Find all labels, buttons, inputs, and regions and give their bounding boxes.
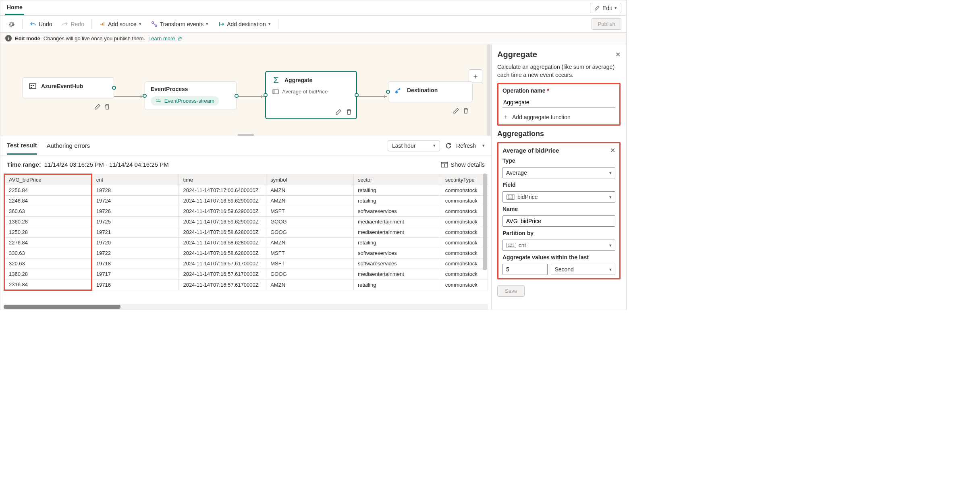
type-select[interactable]: Average ▾ (502, 167, 615, 178)
node-azure-event-hub[interactable]: AzureEventHub (22, 77, 114, 98)
top-tab-bar: Home Edit ▾ (0, 0, 626, 16)
table-cell: mediaentertainment (353, 217, 441, 227)
table-cell: 19722 (91, 248, 179, 259)
table-row[interactable]: 2256.84197282024-11-14T07:17:00.6400000Z… (4, 185, 488, 196)
resize-handle[interactable] (238, 134, 254, 136)
learn-more-link[interactable]: Learn more (148, 35, 182, 41)
table-cell: commonstock (441, 248, 488, 259)
column-header[interactable]: symbol (266, 174, 354, 185)
close-panel-button[interactable]: ✕ (615, 51, 621, 58)
add-aggregate-fn-button[interactable]: ＋ Add aggregate function (502, 111, 615, 121)
table-cell: 19721 (91, 227, 179, 238)
table-cell: 19718 (91, 259, 179, 269)
table-row[interactable]: 320.63197182024-11-14T07:16:57.6170000ZM… (4, 259, 488, 269)
canvas-scrollbar[interactable] (486, 44, 491, 136)
settings-button[interactable] (4, 18, 19, 30)
redo-button[interactable]: Redo (58, 19, 88, 30)
chevron-down-icon: ▾ (615, 5, 617, 10)
chevron-down-icon: ▾ (609, 170, 612, 176)
node-aggregate[interactable]: Σ Aggregate Average of bidPrice (265, 71, 357, 119)
type-value: Average (506, 170, 527, 176)
pencil-icon[interactable] (335, 109, 342, 115)
time-range-dropdown[interactable]: Last hour ▾ (388, 140, 440, 151)
refresh-button[interactable]: Refresh ▾ (445, 142, 485, 149)
table-cell: MSFT (266, 248, 354, 259)
column-header[interactable]: time (179, 174, 266, 185)
table-row[interactable]: 360.63197262024-11-14T07:16:59.6290000ZM… (4, 206, 488, 217)
table-cell: 2024-11-14T07:17:00.6400000Z (179, 185, 266, 196)
flow-canvas[interactable]: ＋ AzureEventHub (0, 44, 491, 136)
tab-home[interactable]: Home (5, 1, 24, 15)
column-header[interactable]: sector (353, 174, 441, 185)
publish-button[interactable]: Publish (592, 18, 621, 30)
partition-value: cnt (519, 242, 526, 248)
numeric-type-icon: 123 (506, 243, 516, 248)
field-value: bidPrice (517, 194, 538, 200)
chevron-down-icon: ▾ (206, 21, 208, 27)
aggregation-item: Average of bidPrice ✕ Type Average ▾ Fie… (497, 142, 621, 279)
time-range-label: Time range: (7, 161, 41, 168)
svg-point-8 (395, 91, 398, 93)
details-icon (441, 162, 448, 168)
table-cell: commonstock (441, 279, 488, 290)
table-row[interactable]: 1250.28197212024-11-14T07:16:58.6280000Z… (4, 227, 488, 238)
add-destination-button[interactable]: Add destination ▾ (214, 19, 275, 30)
table-cell: 2024-11-14T07:16:57.6170000Z (179, 259, 266, 269)
table-row[interactable]: 2276.84197202024-11-14T07:16:58.6280000Z… (4, 238, 488, 248)
trash-icon[interactable] (463, 108, 469, 114)
chevron-down-icon: ▾ (609, 267, 612, 272)
redo-icon (62, 21, 68, 27)
table-cell: 2256.84 (4, 185, 92, 196)
table-row[interactable]: 1360.28197172024-11-14T07:16:57.6170000Z… (4, 269, 488, 279)
tab-test-result[interactable]: Test result (7, 137, 37, 155)
table-row[interactable]: 330.63197222024-11-14T07:16:58.6280000ZM… (4, 248, 488, 259)
add-node-button[interactable]: ＋ (469, 69, 482, 83)
table-cell: commonstock (441, 185, 488, 196)
edit-label: Edit (602, 5, 612, 11)
edit-dropdown[interactable]: Edit ▾ (590, 3, 621, 13)
table-cell: commonstock (441, 238, 488, 248)
pencil-icon[interactable] (94, 103, 101, 110)
undo-icon (30, 21, 36, 27)
stream-icon (156, 98, 161, 103)
column-header[interactable]: AVG_bidPrice (4, 174, 92, 185)
show-details-label: Show details (451, 161, 485, 168)
operation-name-input[interactable] (502, 97, 615, 108)
node-destination[interactable]: Destination (388, 81, 473, 102)
partition-select[interactable]: 123 cnt ▾ (502, 240, 615, 251)
table-row[interactable]: 2316.84197162024-11-14T07:16:57.6170000Z… (4, 279, 488, 290)
table-cell: 2024-11-14T07:16:59.6290000Z (179, 206, 266, 217)
table-cell: 2024-11-14T07:16:59.6290000Z (179, 217, 266, 227)
tab-authoring-errors[interactable]: Authoring errors (47, 137, 90, 154)
svg-point-1 (155, 25, 157, 27)
add-source-button[interactable]: Add source ▾ (95, 19, 145, 30)
transform-events-button[interactable]: Transform events ▾ (147, 19, 212, 30)
learn-more-text: Learn more (148, 35, 175, 41)
column-header[interactable]: securityType (441, 174, 488, 185)
table-scrollbar-h[interactable] (4, 304, 488, 310)
table-cell: commonstock (441, 269, 488, 279)
within-unit-select[interactable]: Second ▾ (551, 264, 615, 275)
remove-aggregation-button[interactable]: ✕ (610, 147, 615, 154)
sigma-icon: Σ (272, 76, 280, 85)
table-row[interactable]: 2246.84197242024-11-14T07:16:59.6290000Z… (4, 196, 488, 206)
agg-name-input[interactable] (502, 215, 615, 227)
table-cell: 2024-11-14T07:16:58.6280000Z (179, 227, 266, 238)
table-row[interactable]: 1360.28197252024-11-14T07:16:59.6290000Z… (4, 217, 488, 227)
operation-section: Operation name * ＋ Add aggregate functio… (497, 83, 621, 126)
table-cell: 19728 (91, 185, 179, 196)
within-value-input[interactable] (502, 264, 548, 275)
save-button[interactable]: Save (497, 285, 525, 297)
show-details-button[interactable]: Show details (441, 161, 485, 168)
trash-icon[interactable] (346, 109, 352, 115)
field-select[interactable]: 1.1 bidPrice ▾ (502, 191, 615, 203)
node-event-process[interactable]: EventProcess EventProcess-stream (145, 81, 237, 110)
trash-icon[interactable] (104, 103, 110, 110)
table-scrollbar-v[interactable] (482, 174, 487, 300)
results-table: AVG_bidPricecnttimesymbolsectorsecurityT… (4, 174, 488, 291)
table-cell: 360.63 (4, 206, 92, 217)
column-header[interactable]: cnt (91, 174, 179, 185)
undo-button[interactable]: Undo (26, 19, 56, 30)
pencil-icon[interactable] (453, 108, 459, 114)
table-cell: retailing (353, 196, 441, 206)
